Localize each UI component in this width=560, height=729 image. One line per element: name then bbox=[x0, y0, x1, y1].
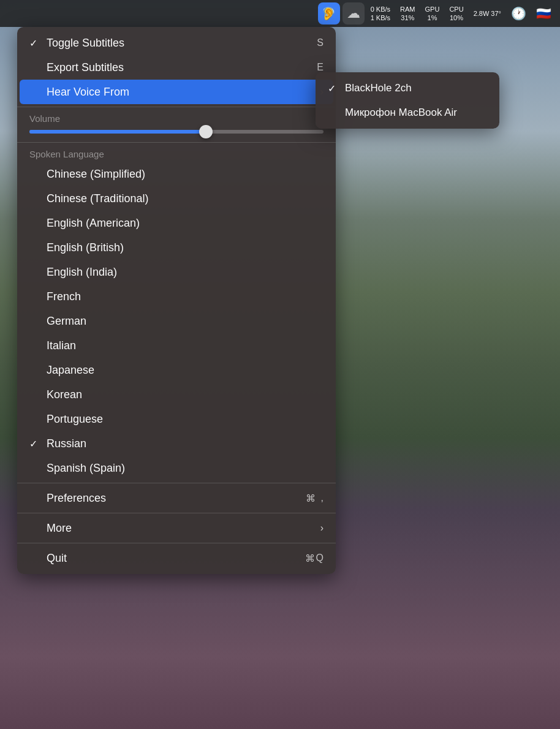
export-subtitles-label: Export Subtitles bbox=[47, 61, 124, 74]
lang-korean[interactable]: ✓ Korean bbox=[17, 382, 336, 407]
submenu-blackhole[interactable]: ✓ BlackHole 2ch bbox=[316, 76, 499, 100]
export-subtitles-shortcut: E bbox=[317, 62, 324, 73]
lang-french[interactable]: ✓ French bbox=[17, 284, 336, 309]
separator-5 bbox=[17, 543, 336, 543]
lang-chinese-traditional[interactable]: ✓ Chinese (Traditional) bbox=[17, 186, 336, 211]
separator-4 bbox=[17, 513, 336, 513]
lang-english-american-label: English (American) bbox=[47, 217, 140, 230]
lang-chinese-simplified[interactable]: ✓ Chinese (Simplified) bbox=[17, 162, 336, 186]
export-subtitles-item[interactable]: ✓ Export Subtitles E bbox=[17, 55, 336, 80]
lang-russian-label: Russian bbox=[47, 437, 86, 450]
dropdown-menu: ✓ Toggle Subtitles S ✓ Export Subtitles … bbox=[17, 27, 336, 574]
lang-portuguese[interactable]: ✓ Portuguese bbox=[17, 407, 336, 431]
lang-russian-check: ✓ bbox=[29, 438, 44, 450]
volume-label: Volume bbox=[29, 113, 324, 124]
toggle-subtitles-label: Toggle Subtitles bbox=[47, 37, 124, 50]
preferences-item[interactable]: ✓ Preferences ⌘ , bbox=[17, 486, 336, 510]
quit-label: Quit bbox=[47, 552, 67, 565]
lang-spanish-spain[interactable]: ✓ Spanish (Spain) bbox=[17, 456, 336, 480]
hear-voice-from-label: Hear Voice From bbox=[47, 86, 129, 99]
lang-french-label: French bbox=[47, 290, 81, 303]
lang-english-india[interactable]: ✓ English (India) bbox=[17, 260, 336, 284]
ear-icon: 🦻 bbox=[321, 6, 336, 21]
quit-shortcut: ⌘Q bbox=[305, 553, 324, 564]
cloud-icon: ☁ bbox=[347, 6, 360, 21]
lang-german[interactable]: ✓ German bbox=[17, 309, 336, 333]
lang-japanese[interactable]: ✓ Japanese bbox=[17, 358, 336, 382]
toggle-subtitles-item[interactable]: ✓ Toggle Subtitles S bbox=[17, 31, 336, 55]
hear-voice-submenu: ✓ BlackHole 2ch ✓ Микрофон MacBook Air bbox=[316, 72, 499, 129]
volume-section: Volume bbox=[17, 110, 336, 140]
volume-slider-thumb[interactable] bbox=[199, 125, 213, 138]
quit-item[interactable]: ✓ Quit ⌘Q bbox=[17, 546, 336, 570]
gpu-stats: GPU 1% bbox=[422, 4, 444, 24]
separator-3 bbox=[17, 483, 336, 483]
history-btn[interactable]: 🕐 bbox=[507, 4, 530, 23]
lang-english-india-label: English (India) bbox=[47, 266, 117, 279]
lang-portuguese-label: Portuguese bbox=[47, 413, 103, 426]
power-stats: 2.8W 37° bbox=[470, 8, 505, 19]
menu-bar: 🦻 ☁ 0 KB/s 1 KB/s RAM 31% GPU 1% CPU 10%… bbox=[0, 0, 560, 27]
submenu-macbook-mic[interactable]: ✓ Микрофон MacBook Air bbox=[316, 100, 499, 125]
spoken-language-label: Spoken Language bbox=[17, 145, 336, 162]
lang-japanese-label: Japanese bbox=[47, 364, 94, 377]
volume-slider-track[interactable] bbox=[29, 130, 324, 134]
more-label: More bbox=[47, 522, 72, 535]
lang-english-british[interactable]: ✓ English (British) bbox=[17, 235, 336, 260]
toggle-subtitles-check: ✓ bbox=[29, 37, 44, 49]
toggle-subtitles-shortcut: S bbox=[317, 37, 324, 48]
app-icon[interactable]: 🦻 bbox=[318, 2, 340, 25]
flag-icon: 🇷🇺 bbox=[536, 6, 551, 21]
ram-stats: RAM 31% bbox=[396, 4, 418, 24]
macbook-mic-label: Микрофон MacBook Air bbox=[345, 107, 457, 119]
lang-russian[interactable]: ✓ Russian bbox=[17, 431, 336, 456]
network-stats: 0 KB/s 1 KB/s bbox=[367, 4, 394, 24]
lang-korean-label: Korean bbox=[47, 388, 82, 401]
lang-italian-label: Italian bbox=[47, 339, 76, 352]
lang-german-label: German bbox=[47, 315, 86, 328]
lang-english-british-label: English (British) bbox=[47, 241, 124, 254]
flag-btn[interactable]: 🇷🇺 bbox=[532, 4, 555, 23]
hear-voice-from-item[interactable]: ✓ Hear Voice From › bbox=[20, 80, 333, 104]
lang-chinese-simplified-label: Chinese (Simplified) bbox=[47, 168, 145, 181]
more-arrow: › bbox=[320, 523, 324, 534]
lang-english-american[interactable]: ✓ English (American) bbox=[17, 211, 336, 235]
more-item[interactable]: ✓ More › bbox=[17, 516, 336, 540]
preferences-shortcut: ⌘ , bbox=[306, 493, 324, 504]
blackhole-check: ✓ bbox=[328, 83, 342, 94]
separator-1 bbox=[17, 107, 336, 107]
lang-italian[interactable]: ✓ Italian bbox=[17, 333, 336, 358]
blackhole-label: BlackHole 2ch bbox=[345, 82, 412, 94]
cpu-stats: CPU 10% bbox=[445, 4, 467, 24]
lang-chinese-traditional-label: Chinese (Traditional) bbox=[47, 192, 148, 205]
lang-spanish-spain-label: Spanish (Spain) bbox=[47, 462, 125, 475]
volume-slider-fill bbox=[29, 130, 206, 134]
preferences-label: Preferences bbox=[47, 492, 106, 505]
history-icon: 🕐 bbox=[511, 6, 526, 21]
cloud-icon-btn[interactable]: ☁ bbox=[342, 2, 365, 25]
separator-2 bbox=[17, 142, 336, 143]
